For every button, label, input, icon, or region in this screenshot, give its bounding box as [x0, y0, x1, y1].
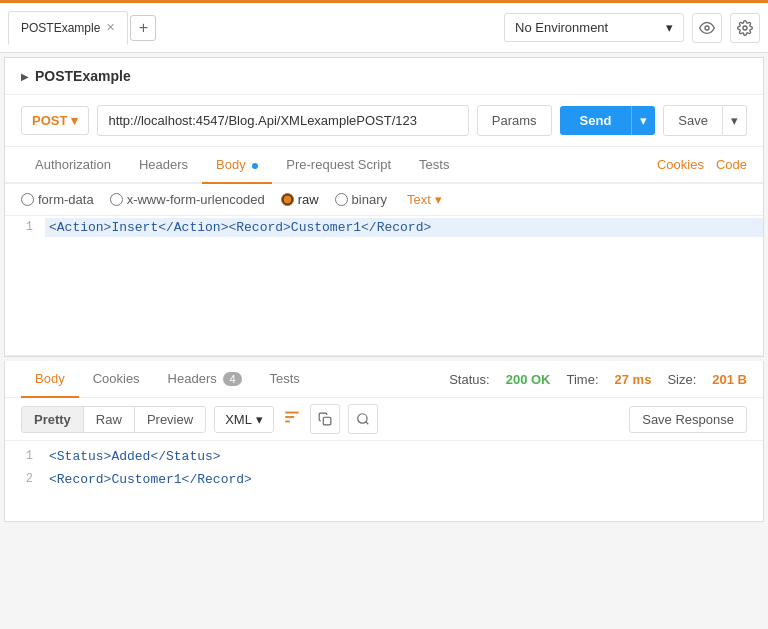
expand-icon: ▶ [21, 71, 29, 82]
tab-tests[interactable]: Tests [405, 147, 463, 184]
body-options: form-data x-www-form-urlencoded raw bina… [5, 184, 763, 216]
save-response-button[interactable]: Save Response [629, 406, 747, 433]
new-tab-button[interactable]: + [130, 15, 156, 41]
raw-format-label: Text [407, 192, 431, 207]
resp-tab-body[interactable]: Body [21, 361, 79, 398]
cookies-link[interactable]: Cookies [657, 157, 704, 172]
env-area: No Environment ▾ [504, 13, 760, 43]
language-label: XML [225, 412, 252, 427]
binary-option[interactable]: binary [335, 192, 387, 207]
pretty-button[interactable]: Pretty [22, 407, 84, 432]
main-container: ▶ POSTExample POST ▾ Params Send ▾ Save … [4, 57, 764, 357]
save-dropdown-button[interactable]: ▾ [723, 105, 747, 136]
svg-point-0 [705, 26, 709, 30]
resp-code-line-2: 2 <Record>Customer1</Record> [5, 468, 763, 491]
request-tabs-nav: Authorization Headers Body Pre-request S… [5, 147, 763, 184]
resp-tab-cookies[interactable]: Cookies [79, 361, 154, 398]
resp-code-line-1: 1 <Status>Added</Status> [5, 445, 763, 468]
resp-line-number-2: 2 [5, 470, 45, 486]
response-container: Body Cookies Headers 4 Tests Status: 200… [4, 361, 764, 522]
url-bar: POST ▾ Params Send ▾ Save ▾ [5, 95, 763, 147]
save-button-group: Save ▾ [663, 105, 747, 136]
search-icon [356, 412, 370, 426]
eye-icon [699, 20, 715, 36]
body-dot-indicator [252, 163, 258, 169]
settings-icon-button[interactable] [730, 13, 760, 43]
language-chevron-icon: ▾ [256, 412, 263, 427]
raw-option[interactable]: raw [281, 192, 319, 207]
environment-dropdown[interactable]: No Environment ▾ [504, 13, 684, 42]
copy-icon [318, 412, 332, 426]
time-value: 27 ms [615, 372, 652, 387]
time-label: Time: [566, 372, 598, 387]
request-name-bar: ▶ POSTExample [5, 58, 763, 95]
urlencoded-option[interactable]: x-www-form-urlencoded [110, 192, 265, 207]
tab-headers[interactable]: Headers [125, 147, 202, 184]
svg-point-6 [358, 414, 367, 423]
resp-tab-tests[interactable]: Tests [256, 361, 314, 398]
response-status-area: Status: 200 OK Time: 27 ms Size: 201 B [449, 372, 747, 387]
raw-format-dropdown[interactable]: Text ▾ [407, 192, 442, 207]
environment-label: No Environment [515, 20, 608, 35]
code-link[interactable]: Code [716, 157, 747, 172]
request-code-line-1: 1 <Action>Insert</Action><Record>Custome… [5, 216, 763, 239]
response-code-area: 1 <Status>Added</Status> 2 <Record>Custo… [5, 441, 763, 521]
gear-icon [737, 20, 753, 36]
lines-sort-icon [282, 408, 302, 426]
tab-label: POSTExample [21, 21, 100, 35]
dropdown-chevron-icon: ▾ [666, 20, 673, 35]
line-content-1: <Action>Insert</Action><Record>Customer1… [45, 218, 763, 237]
tab-body[interactable]: Body [202, 147, 272, 184]
sort-icon[interactable] [282, 408, 302, 431]
raw-format-chevron-icon: ▾ [435, 192, 442, 207]
raw-button[interactable]: Raw [84, 407, 135, 432]
tab-postexample[interactable]: POSTExample ✕ [8, 11, 128, 45]
headers-count-badge: 4 [223, 372, 241, 386]
tab-pre-request-script[interactable]: Pre-request Script [272, 147, 405, 184]
response-tabs-nav: Body Cookies Headers 4 Tests Status: 200… [5, 361, 763, 398]
svg-line-7 [366, 422, 369, 425]
status-value: 200 OK [506, 372, 551, 387]
tab-authorization[interactable]: Authorization [21, 147, 125, 184]
size-label: Size: [667, 372, 696, 387]
send-dropdown-button[interactable]: ▾ [631, 106, 655, 135]
resp-line-content-2: <Record>Customer1</Record> [45, 470, 763, 489]
eye-icon-button[interactable] [692, 13, 722, 43]
url-input[interactable] [97, 105, 468, 136]
method-chevron-icon: ▾ [71, 113, 78, 128]
svg-rect-5 [323, 417, 331, 425]
svg-point-1 [743, 26, 747, 30]
send-button[interactable]: Send [560, 106, 632, 135]
tab-close-icon[interactable]: ✕ [106, 21, 115, 34]
line-number-1: 1 [5, 218, 45, 234]
search-icon-button[interactable] [348, 404, 378, 434]
copy-icon-button[interactable] [310, 404, 340, 434]
status-label: Status: [449, 372, 489, 387]
params-button[interactable]: Params [477, 105, 552, 136]
method-dropdown[interactable]: POST ▾ [21, 106, 89, 135]
resp-line-content-1: <Status>Added</Status> [45, 447, 763, 466]
send-button-group: Send ▾ [560, 106, 656, 135]
save-button[interactable]: Save [663, 105, 723, 136]
editor-empty-space [5, 239, 763, 339]
response-toolbar: Pretty Raw Preview XML ▾ [5, 398, 763, 441]
request-body-editor[interactable]: 1 <Action>Insert</Action><Record>Custome… [5, 216, 763, 356]
tabs-area: POSTExample ✕ + [8, 3, 504, 52]
resp-tab-headers[interactable]: Headers 4 [154, 361, 256, 398]
tabs-nav-right: Cookies Code [657, 157, 747, 172]
method-label: POST [32, 113, 67, 128]
size-value: 201 B [712, 372, 747, 387]
form-data-option[interactable]: form-data [21, 192, 94, 207]
top-bar: POSTExample ✕ + No Environment ▾ [0, 3, 768, 53]
resp-line-number-1: 1 [5, 447, 45, 463]
preview-button[interactable]: Preview [135, 407, 205, 432]
request-name: POSTExample [35, 68, 131, 84]
language-dropdown[interactable]: XML ▾ [214, 406, 274, 433]
format-group: Pretty Raw Preview [21, 406, 206, 433]
